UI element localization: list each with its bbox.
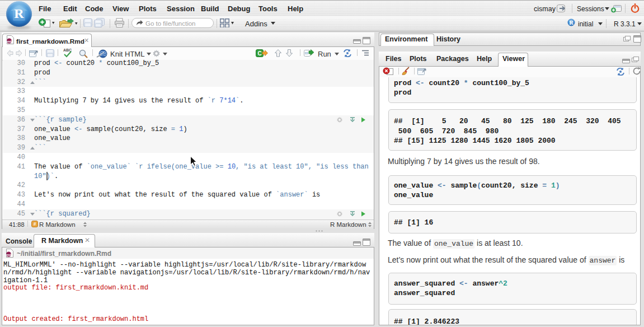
svg-text:C: C (257, 50, 261, 57)
svg-text:#: # (34, 221, 36, 227)
svg-text:md: md (6, 253, 11, 256)
svg-text:R: R (569, 20, 574, 26)
svg-text:md: md (7, 40, 12, 43)
